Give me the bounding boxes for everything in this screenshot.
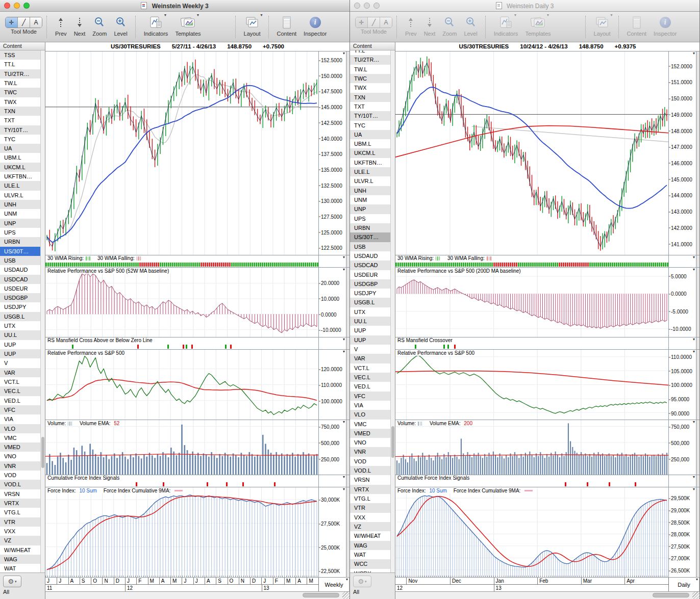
next-button[interactable]: Next	[424, 15, 436, 37]
axis-wma[interactable]	[669, 255, 696, 267]
ticker-item[interactable]: UNH	[0, 200, 40, 209]
resize-grip[interactable]	[692, 592, 699, 599]
force-index-plot[interactable]: Force Index: 10 Sum Force Index Cumulati…	[45, 487, 319, 577]
ticker-item[interactable]: UKCM.L	[0, 163, 40, 172]
mansfield-strip[interactable]: RS Mansfield Crossover	[395, 337, 669, 349]
gear-button[interactable]: ⚙▾	[353, 576, 371, 587]
ticker-item[interactable]: UUP	[350, 326, 390, 335]
ticker-item[interactable]: VIA	[0, 414, 40, 424]
ticker-item[interactable]: VRTX	[0, 499, 40, 508]
rp-baseline-plot[interactable]: Relative Performance vs S&P 500 (52W MA …	[45, 268, 319, 337]
ticker-item[interactable]: TT.L	[0, 60, 40, 69]
ticker-item[interactable]: VAR	[0, 368, 40, 377]
ticker-item[interactable]: VCT.L	[350, 363, 390, 373]
tool-mode-segmented[interactable]: ✛ ╱ A	[5, 17, 42, 28]
axis-wma[interactable]	[319, 255, 346, 267]
ticker-item[interactable]: UPS	[0, 228, 40, 237]
ticker-item[interactable]: USGB.L	[0, 312, 40, 321]
ticker-item[interactable]: UTX	[0, 321, 40, 330]
period-selector[interactable]: Daily	[669, 578, 699, 591]
ticker-item[interactable]: UUP	[0, 340, 40, 349]
ticker-item[interactable]: TW.L	[350, 65, 390, 74]
zoom-out-button[interactable]: Zoom	[442, 15, 457, 37]
ticker-item[interactable]: W/WHEAT	[0, 545, 40, 555]
rp-baseline-plot[interactable]: Relative Performance vs S&P 500 (200D MA…	[395, 268, 669, 337]
ticker-item[interactable]: TWX	[0, 97, 40, 107]
volume-plot[interactable]: Volume: Volume EMA: 200	[395, 420, 669, 475]
ticker-item[interactable]: VCT.L	[0, 377, 40, 386]
ticker-item[interactable]: VNR	[0, 461, 40, 471]
ticker-item[interactable]: VTR	[0, 517, 40, 527]
axis-rp2[interactable]: 120.0000110.0000100.0000	[319, 350, 346, 420]
period-selector[interactable]: Weekly	[319, 578, 349, 591]
title-bar[interactable]: Weinstein Weekly 3	[0, 0, 349, 12]
ticker-item[interactable]: TXN	[0, 107, 40, 116]
ticker-item[interactable]: VEC.L	[350, 373, 390, 382]
templates-button[interactable]: ▼ Templates	[175, 15, 201, 37]
ticker-item[interactable]: UPS	[350, 214, 390, 223]
ticker-item[interactable]: WAT	[350, 550, 390, 559]
ticker-item[interactable]: USDAUD	[350, 251, 390, 261]
ticker-item[interactable]: VOD.L	[350, 466, 390, 475]
ticker-item[interactable]: VNO	[0, 452, 40, 461]
sidebar-scrollbar[interactable]	[390, 50, 395, 572]
sidebar-scrollbar[interactable]	[40, 50, 45, 572]
templates-button[interactable]: ▼ Templates	[525, 15, 551, 37]
ticker-item[interactable]: VAR	[350, 354, 390, 363]
sidebar-scroll-thumb[interactable]	[41, 437, 44, 468]
force-index-plot[interactable]: Force Index: 10 Sum Force Index Cumulati…	[395, 487, 669, 577]
ticker-item[interactable]: VZ	[0, 536, 40, 545]
ticker-item[interactable]: UKCM.L	[350, 148, 390, 158]
zoom-button[interactable]	[23, 3, 30, 9]
ticker-item[interactable]: WCC	[350, 559, 390, 568]
wma-strip[interactable]: 30 WMA Rising: 30 WMA Falling:	[395, 255, 669, 267]
ticker-item[interactable]: TW.L	[0, 79, 40, 88]
ticker-item[interactable]: UBM.L	[350, 139, 390, 148]
ticker-item[interactable]: UUP	[350, 335, 390, 345]
cfi-strip[interactable]: Cumulative Force Index Signals	[395, 475, 669, 487]
ticker-item[interactable]: UA	[0, 144, 40, 153]
close-button[interactable]	[4, 3, 10, 9]
ticker-item[interactable]: URBN	[0, 237, 40, 246]
ticker-item[interactable]: UUP	[0, 349, 40, 358]
ticker-item[interactable]: VFC	[0, 405, 40, 414]
ticker-item[interactable]: ULE.L	[350, 167, 390, 176]
ticker-item[interactable]: VLO	[0, 424, 40, 433]
horizontal-scrollbar[interactable]	[45, 591, 349, 599]
zoom-in-button[interactable]: Level	[114, 15, 127, 37]
ticker-item[interactable]: VLO	[350, 410, 390, 419]
axis-mansfield[interactable]	[319, 337, 346, 349]
resize-grip[interactable]	[342, 592, 349, 599]
indicators-button[interactable]: ▼ Indicators	[494, 15, 518, 37]
axis-rp[interactable]: 5.00000.0000-5.0000-10.0000	[669, 268, 696, 337]
ticker-item[interactable]: TU/2TR…	[0, 69, 40, 79]
minimize-button[interactable]	[14, 3, 20, 9]
ticker-item[interactable]: USDEUR	[0, 284, 40, 293]
ticker-item[interactable]: UNP	[350, 204, 390, 214]
ticker-item[interactable]: VOD.L	[0, 480, 40, 489]
ticker-item[interactable]: WCRX	[350, 569, 390, 573]
zoom-in-button[interactable]: Level	[464, 15, 477, 37]
ticker-item[interactable]: WAG	[0, 555, 40, 564]
ticker-item[interactable]: V	[350, 345, 390, 354]
next-button[interactable]: Next	[74, 15, 86, 37]
ticker-item[interactable]: TWC	[0, 88, 40, 97]
mansfield-strip[interactable]: RS Mansfield Cross Above or Below Zero L…	[45, 337, 319, 349]
axis-force[interactable]: 30,000K27,500K25,000K22,500K	[319, 487, 346, 577]
ticker-item[interactable]: VFC	[350, 392, 390, 401]
crosshair-tool-button[interactable]: ✛	[356, 17, 367, 28]
ticker-item[interactable]: UNP	[0, 219, 40, 228]
ticker-list[interactable]: TSSTT.LTU/2TR…TW.LTWCTWXTXNTXTTY/10T…TYC…	[0, 50, 45, 572]
crosshair-tool-button[interactable]: ✛	[6, 17, 17, 28]
axis-rp[interactable]: 20.000010.00000.0000-10.0000	[319, 268, 346, 337]
ticker-item[interactable]: UKFTBN…	[350, 158, 390, 167]
ticker-item[interactable]: VTR	[350, 503, 390, 512]
ticker-item[interactable]: VOD	[0, 471, 40, 480]
ticker-item[interactable]: USDGBP	[350, 279, 390, 289]
ticker-item[interactable]: UNM	[0, 209, 40, 218]
ticker-item[interactable]: USDCAD	[350, 261, 390, 270]
ticker-item[interactable]: USDJPY	[350, 289, 390, 298]
ticker-item[interactable]: TXN	[350, 93, 390, 102]
price-plot[interactable]	[395, 51, 669, 255]
ticker-item[interactable]: URBN	[350, 223, 390, 232]
